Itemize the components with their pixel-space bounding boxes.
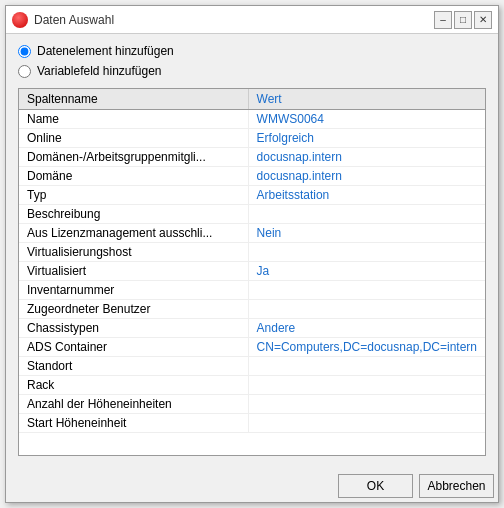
- col-header-value: Wert: [248, 89, 485, 110]
- window-title: Daten Auswahl: [34, 13, 434, 27]
- data-table-container[interactable]: Spaltenname Wert NameWMWS0064OnlineErfol…: [18, 88, 486, 456]
- table-row[interactable]: ADS ContainerCN=Computers,DC=docusnap,DC…: [19, 338, 485, 357]
- radio-option2[interactable]: Variablefeld hinzufügen: [18, 64, 486, 78]
- table-cell-name: Domäne: [19, 167, 248, 186]
- table-row[interactable]: Rack: [19, 376, 485, 395]
- table-row[interactable]: Inventarnummer: [19, 281, 485, 300]
- table-cell-name: Name: [19, 110, 248, 129]
- radio-option1-label: Datenelement hinzufügen: [37, 44, 174, 58]
- footer: OK Abbrechen: [6, 466, 498, 502]
- table-cell-value: [248, 300, 485, 319]
- table-row[interactable]: Anzahl der Höheneinheiten: [19, 395, 485, 414]
- table-cell-name: ADS Container: [19, 338, 248, 357]
- table-cell-value: Nein: [248, 224, 485, 243]
- radio-group: Datenelement hinzufügen Variablefeld hin…: [18, 44, 486, 78]
- table-cell-value: CN=Computers,DC=docusnap,DC=intern: [248, 338, 485, 357]
- table-row[interactable]: ChassistypenAndere: [19, 319, 485, 338]
- table-cell-value: [248, 243, 485, 262]
- data-table: Spaltenname Wert NameWMWS0064OnlineErfol…: [19, 89, 485, 433]
- table-cell-value: Andere: [248, 319, 485, 338]
- cancel-button[interactable]: Abbrechen: [419, 474, 494, 498]
- radio-input-option2[interactable]: [18, 65, 31, 78]
- table-cell-value: docusnap.intern: [248, 148, 485, 167]
- table-cell-name: Chassistypen: [19, 319, 248, 338]
- table-cell-name: Rack: [19, 376, 248, 395]
- table-body: NameWMWS0064OnlineErfolgreichDomänen-/Ar…: [19, 110, 485, 433]
- window-content: Datenelement hinzufügen Variablefeld hin…: [6, 34, 498, 466]
- table-cell-value: [248, 281, 485, 300]
- col-header-name: Spaltenname: [19, 89, 248, 110]
- table-cell-value: Erfolgreich: [248, 129, 485, 148]
- table-row[interactable]: Beschreibung: [19, 205, 485, 224]
- table-cell-value: [248, 357, 485, 376]
- app-icon: [12, 12, 28, 28]
- radio-input-option1[interactable]: [18, 45, 31, 58]
- table-cell-value: WMWS0064: [248, 110, 485, 129]
- table-row[interactable]: Zugeordneter Benutzer: [19, 300, 485, 319]
- table-cell-name: Anzahl der Höheneinheiten: [19, 395, 248, 414]
- table-cell-name: Typ: [19, 186, 248, 205]
- table-cell-value: docusnap.intern: [248, 167, 485, 186]
- table-row[interactable]: TypArbeitsstation: [19, 186, 485, 205]
- maximize-button[interactable]: □: [454, 11, 472, 29]
- radio-option1[interactable]: Datenelement hinzufügen: [18, 44, 486, 58]
- table-row[interactable]: NameWMWS0064: [19, 110, 485, 129]
- table-cell-value: Arbeitsstation: [248, 186, 485, 205]
- table-cell-name: Inventarnummer: [19, 281, 248, 300]
- table-cell-value: [248, 395, 485, 414]
- table-cell-name: Aus Lizenzmanagement ausschli...: [19, 224, 248, 243]
- table-row[interactable]: Domänedocusnap.intern: [19, 167, 485, 186]
- table-row[interactable]: Virtualisierungshost: [19, 243, 485, 262]
- table-row[interactable]: VirtualisiertJa: [19, 262, 485, 281]
- radio-option2-label: Variablefeld hinzufügen: [37, 64, 162, 78]
- table-cell-value: Ja: [248, 262, 485, 281]
- close-button[interactable]: ✕: [474, 11, 492, 29]
- table-cell-name: Start Höheneinheit: [19, 414, 248, 433]
- table-header-row: Spaltenname Wert: [19, 89, 485, 110]
- table-cell-name: Standort: [19, 357, 248, 376]
- table-row[interactable]: Aus Lizenzmanagement ausschli...Nein: [19, 224, 485, 243]
- table-cell-value: [248, 205, 485, 224]
- main-window: Daten Auswahl – □ ✕ Datenelement hinzufü…: [5, 5, 499, 503]
- table-cell-name: Virtualisiert: [19, 262, 248, 281]
- table-cell-name: Beschreibung: [19, 205, 248, 224]
- table-cell-value: [248, 376, 485, 395]
- table-cell-name: Online: [19, 129, 248, 148]
- table-row[interactable]: Standort: [19, 357, 485, 376]
- minimize-button[interactable]: –: [434, 11, 452, 29]
- table-row[interactable]: Domänen-/Arbeitsgruppenmitgli...docusnap…: [19, 148, 485, 167]
- table-row[interactable]: OnlineErfolgreich: [19, 129, 485, 148]
- table-cell-name: Virtualisierungshost: [19, 243, 248, 262]
- table-cell-name: Zugeordneter Benutzer: [19, 300, 248, 319]
- title-bar: Daten Auswahl – □ ✕: [6, 6, 498, 34]
- ok-button[interactable]: OK: [338, 474, 413, 498]
- table-cell-value: [248, 414, 485, 433]
- table-cell-name: Domänen-/Arbeitsgruppenmitgli...: [19, 148, 248, 167]
- title-bar-controls: – □ ✕: [434, 11, 492, 29]
- table-row[interactable]: Start Höheneinheit: [19, 414, 485, 433]
